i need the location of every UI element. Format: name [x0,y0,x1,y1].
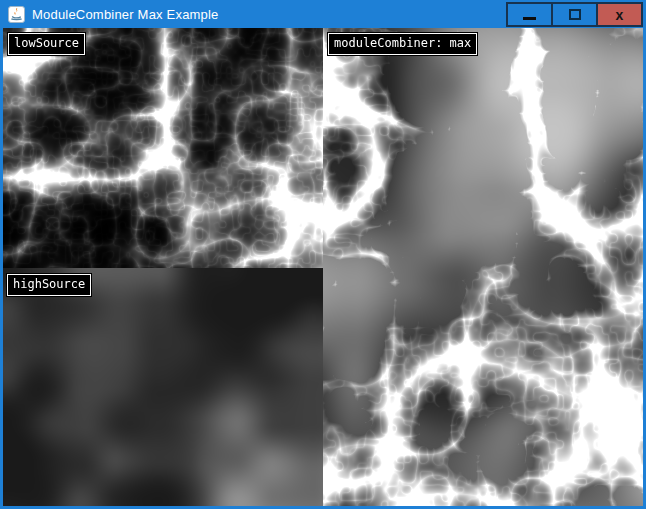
lowsource-label: lowSource [8,33,85,55]
window-title: ModuleCombiner Max Example [32,7,219,22]
titlebar[interactable]: ModuleCombiner Max Example x [0,0,646,28]
lowsource-noise-image [3,28,323,268]
highsource-noise-image [3,268,323,506]
modulecombiner-noise-image [323,28,643,506]
maximize-button[interactable] [551,2,598,27]
window-controls: x [508,2,643,27]
render-area: lowSource moduleCombiner: max highSource [3,28,643,506]
minimize-button[interactable] [506,2,553,27]
maximize-icon [569,9,581,20]
close-button[interactable]: x [596,2,643,27]
highsource-label: highSource [7,274,91,296]
app-window: ModuleCombiner Max Example x lowSource m… [0,0,646,509]
close-icon: x [616,8,624,22]
java-coffee-cup-icon [8,6,25,23]
modulecombiner-label: moduleCombiner: max [328,33,477,55]
minimize-icon [523,17,536,20]
